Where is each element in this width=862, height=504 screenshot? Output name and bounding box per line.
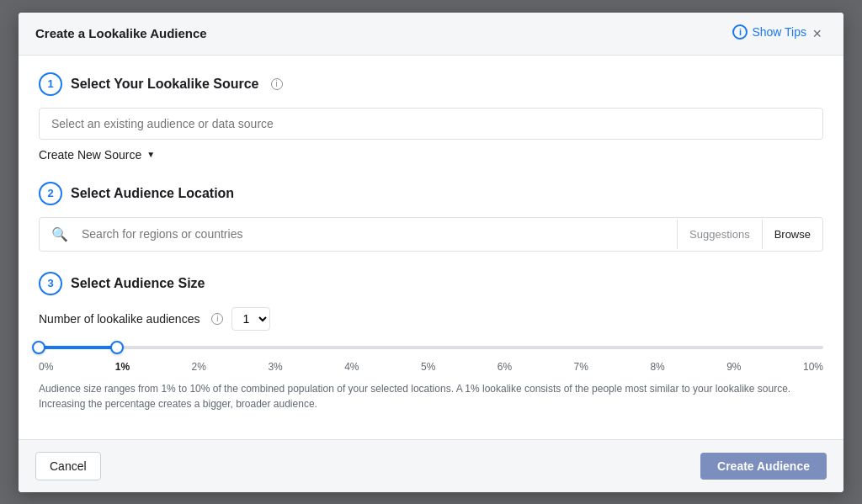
slider-label-9: 9% xyxy=(726,361,741,373)
audience-count-label: Number of lookalike audiences xyxy=(39,312,200,326)
browse-button[interactable]: Browse xyxy=(763,220,822,249)
step1-title: Select Your Lookalike Source xyxy=(71,77,259,92)
background: Create a Lookalike Audience i Show Tips … xyxy=(0,0,862,504)
slider-labels: 0% 1% 2% 3% 4% 5% 6% 7% 8% 9% 10% xyxy=(39,361,823,373)
slider-label-10: 10% xyxy=(803,361,823,373)
slider-label-6: 6% xyxy=(498,361,512,373)
step1-info-icon[interactable]: i xyxy=(271,78,283,90)
modal-title: Create a Lookalike Audience xyxy=(35,26,207,40)
modal-footer: Cancel Create Audience xyxy=(19,439,843,492)
slider-track xyxy=(39,346,823,349)
audience-size-row: Number of lookalike audiences i 1 2 3 4 … xyxy=(39,307,823,331)
create-new-source-label: Create New Source xyxy=(39,148,141,162)
step3-circle: 3 xyxy=(39,272,62,295)
search-icon: 🔍 xyxy=(40,218,77,251)
create-new-source-button[interactable]: Create New Source ▼ xyxy=(39,148,155,162)
slider-label-3: 3% xyxy=(268,361,282,373)
location-input[interactable] xyxy=(77,219,677,249)
show-tips-button[interactable]: i Show Tips xyxy=(732,24,806,40)
step1-header: 1 Select Your Lookalike Source i xyxy=(39,72,823,96)
step3-info-icon[interactable]: i xyxy=(211,313,223,325)
location-search-wrapper: 🔍 Suggestions Browse xyxy=(39,217,823,252)
show-tips-icon: i xyxy=(732,24,748,40)
count-select[interactable]: 1 2 3 4 5 xyxy=(231,307,270,331)
show-tips-label: Show Tips xyxy=(752,25,806,39)
cancel-button[interactable]: Cancel xyxy=(35,452,101,480)
suggestions-button[interactable]: Suggestions xyxy=(678,220,763,249)
location-actions: Suggestions Browse xyxy=(677,220,822,249)
slider-label-8: 8% xyxy=(650,361,664,373)
step1-section: 1 Select Your Lookalike Source i Create … xyxy=(39,72,823,162)
slider-label-7: 7% xyxy=(574,361,588,373)
modal-header: Create a Lookalike Audience i Show Tips … xyxy=(19,13,843,56)
create-audience-button[interactable]: Create Audience xyxy=(700,453,827,480)
slider-label-2: 2% xyxy=(192,361,206,373)
slider-container xyxy=(39,346,823,349)
audience-description: Audience size ranges from 1% to 10% of t… xyxy=(39,381,823,411)
step2-title: Select Audience Location xyxy=(71,186,234,201)
slider-label-5: 5% xyxy=(421,361,435,373)
step2-circle: 2 xyxy=(39,182,62,205)
modal-body: 1 Select Your Lookalike Source i Create … xyxy=(19,56,843,439)
step2-section: 2 Select Audience Location 🔍 Suggestions… xyxy=(39,182,823,252)
step2-header: 2 Select Audience Location xyxy=(39,182,823,205)
create-new-source-arrow: ▼ xyxy=(146,150,155,159)
modal-overlay: Create a Lookalike Audience i Show Tips … xyxy=(0,0,862,504)
modal-container: Create a Lookalike Audience i Show Tips … xyxy=(19,13,843,492)
close-button[interactable]: × xyxy=(807,24,827,43)
step1-circle: 1 xyxy=(39,72,62,96)
slider-fill xyxy=(39,346,117,349)
slider-label-1: 1% xyxy=(115,361,130,373)
slider-thumb-right[interactable] xyxy=(110,341,124,354)
slider-label-0: 0% xyxy=(39,361,53,373)
slider-label-4: 4% xyxy=(344,361,359,373)
slider-thumb-left[interactable] xyxy=(32,341,45,354)
step3-section: 3 Select Audience Size Number of lookali… xyxy=(39,272,823,411)
step3-title: Select Audience Size xyxy=(71,276,205,291)
step3-header: 3 Select Audience Size xyxy=(39,272,823,295)
source-input[interactable] xyxy=(39,108,823,140)
